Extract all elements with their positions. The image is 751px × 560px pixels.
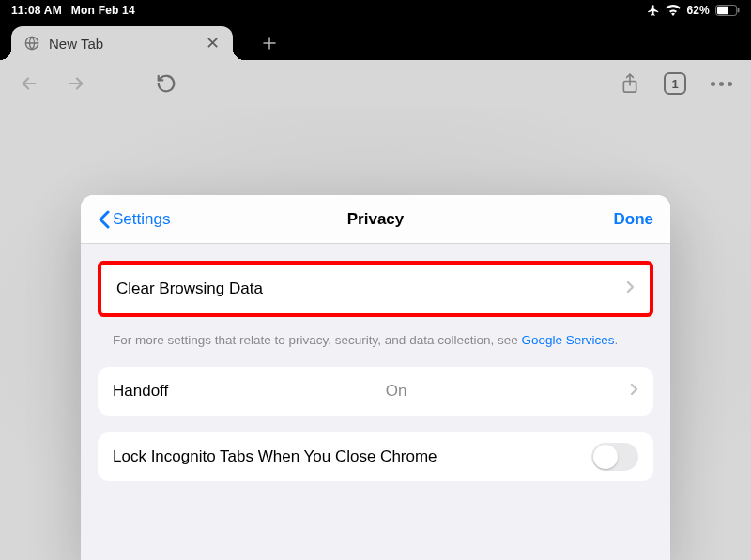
clear-browsing-data-row[interactable]: Clear Browsing Data [101, 265, 650, 313]
lock-incognito-label: Lock Incognito Tabs When You Close Chrom… [113, 447, 437, 466]
lock-incognito-row[interactable]: Lock Incognito Tabs When You Close Chrom… [98, 432, 653, 481]
chevron-right-icon [626, 280, 635, 298]
back-to-settings-button[interactable]: Settings [98, 210, 170, 229]
status-right: 62% [647, 4, 740, 17]
battery-percent: 62% [686, 4, 710, 17]
footer-note-suffix: . [615, 333, 619, 347]
highlight-annotation: Clear Browsing Data [98, 261, 653, 317]
tab-strip: New Tab ✕ [0, 21, 751, 60]
share-button[interactable] [621, 72, 639, 95]
google-services-link[interactable]: Google Services [521, 333, 614, 347]
globe-icon [24, 36, 39, 51]
svg-rect-1 [717, 7, 728, 14]
privacy-settings-modal: Settings Privacy Done Clear Browsing Dat… [81, 195, 670, 560]
modal-header: Settings Privacy Done [81, 195, 670, 244]
browser-tab[interactable]: New Tab ✕ [11, 26, 233, 60]
chevron-right-icon [630, 382, 638, 401]
modal-title: Privacy [347, 210, 405, 229]
battery-icon [715, 5, 740, 16]
back-label: Settings [113, 210, 170, 229]
lock-incognito-toggle[interactable] [591, 443, 638, 471]
tab-title: New Tab [49, 36, 103, 52]
status-date: Mon Feb 14 [71, 4, 135, 17]
privacy-footer-note: For more settings that relate to privacy… [98, 330, 653, 367]
new-tab-button[interactable] [250, 26, 289, 60]
modal-body: Clear Browsing Data For more settings th… [81, 244, 670, 560]
menu-button[interactable] [711, 82, 732, 86]
airplane-mode-icon [647, 4, 660, 17]
status-time: 11:08 AM [11, 4, 62, 17]
forward-button[interactable] [66, 73, 86, 94]
footer-note-prefix: For more settings that relate to privacy… [113, 333, 521, 347]
wifi-icon [666, 5, 681, 16]
back-button[interactable] [19, 73, 39, 94]
handoff-value: On [386, 382, 407, 401]
reload-button[interactable] [156, 73, 176, 94]
tab-switcher-button[interactable]: 1 [664, 72, 686, 95]
svg-rect-2 [738, 8, 740, 13]
handoff-row[interactable]: Handoff On [98, 367, 653, 416]
status-bar: 11:08 AM Mon Feb 14 62% [0, 0, 751, 21]
clear-browsing-data-label: Clear Browsing Data [116, 280, 263, 298]
done-button[interactable]: Done [614, 210, 654, 229]
browser-toolbar: 1 [0, 60, 751, 107]
handoff-label: Handoff [113, 382, 168, 401]
close-tab-button[interactable]: ✕ [206, 35, 220, 52]
